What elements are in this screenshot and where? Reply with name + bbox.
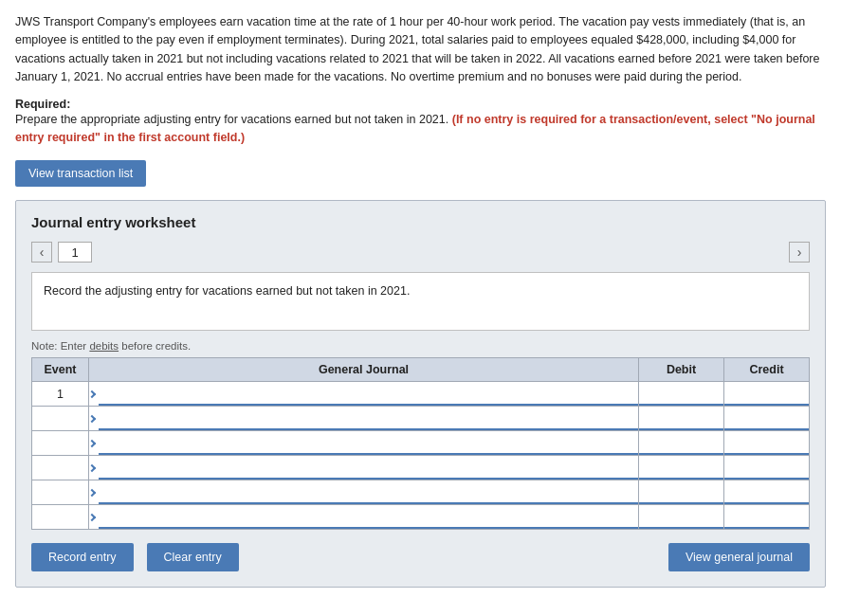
journal-table: Event General Journal Debit Credit 1 <box>31 357 810 530</box>
row-arrow-icon <box>88 514 96 521</box>
required-section: Required: Prepare the appropriate adjust… <box>15 97 826 148</box>
general-journal-cell[interactable] <box>89 456 639 480</box>
general-journal-cell[interactable] <box>89 505 639 530</box>
debit-cell[interactable] <box>639 431 724 456</box>
debit-input[interactable] <box>639 505 723 529</box>
entry-description: Record the adjusting entry for vacations… <box>31 272 810 331</box>
worksheet-title: Journal entry worksheet <box>31 214 810 230</box>
credit-cell[interactable] <box>724 480 810 505</box>
event-cell <box>32 431 89 456</box>
debit-input[interactable] <box>639 382 723 406</box>
general-journal-cell[interactable] <box>89 431 639 456</box>
credit-input[interactable] <box>724 431 809 455</box>
table-row: 1 <box>32 382 810 407</box>
general-journal-header: General Journal <box>89 358 639 382</box>
debit-input[interactable] <box>639 431 723 455</box>
table-row <box>32 407 810 431</box>
general-journal-input[interactable] <box>99 407 638 430</box>
credit-input[interactable] <box>724 480 809 504</box>
row-arrow-icon <box>88 440 96 447</box>
debit-cell[interactable] <box>639 456 724 480</box>
debit-cell[interactable] <box>639 382 724 407</box>
nav-row: ‹ 1 › <box>31 242 810 263</box>
debit-header: Debit <box>639 358 724 382</box>
event-cell: 1 <box>32 382 89 407</box>
event-cell <box>32 505 89 530</box>
event-cell <box>32 407 89 431</box>
prev-page-button[interactable]: ‹ <box>31 242 52 263</box>
page-number: 1 <box>58 242 92 263</box>
required-instruction: Prepare the appropriate adjusting entry … <box>15 113 815 144</box>
general-journal-input[interactable] <box>99 480 638 504</box>
credit-cell[interactable] <box>724 382 810 407</box>
view-general-journal-button[interactable]: View general journal <box>668 543 810 571</box>
general-journal-cell[interactable] <box>89 480 639 505</box>
table-row <box>32 480 810 505</box>
row-arrow-icon <box>88 415 96 423</box>
button-row: Record entry Clear entry View general jo… <box>31 543 810 571</box>
worksheet-container: Journal entry worksheet ‹ 1 › Record the… <box>15 200 826 588</box>
intro-paragraph: JWS Transport Company's employees earn v… <box>15 13 826 87</box>
table-row <box>32 456 810 480</box>
table-row <box>32 505 810 530</box>
required-label: Required: <box>15 98 70 111</box>
next-page-button[interactable]: › <box>789 242 810 263</box>
event-cell <box>32 456 89 480</box>
note-text: Note: Enter debits before credits. <box>31 340 810 352</box>
view-transaction-list-button[interactable]: View transaction list <box>15 160 146 187</box>
credit-input[interactable] <box>724 382 809 406</box>
clear-entry-button[interactable]: Clear entry <box>147 543 239 571</box>
event-cell <box>32 480 89 505</box>
debit-cell[interactable] <box>639 505 724 530</box>
credit-cell[interactable] <box>724 431 810 456</box>
row-arrow-icon <box>88 464 96 472</box>
credit-input[interactable] <box>724 456 809 480</box>
general-journal-cell[interactable] <box>89 382 639 407</box>
row-arrow-icon <box>88 390 96 398</box>
general-journal-input[interactable] <box>99 505 638 529</box>
debit-cell[interactable] <box>639 480 724 505</box>
credit-input[interactable] <box>724 505 809 529</box>
record-entry-button[interactable]: Record entry <box>31 543 134 571</box>
debit-cell[interactable] <box>639 407 724 431</box>
debit-input[interactable] <box>639 407 723 430</box>
table-row <box>32 431 810 456</box>
event-header: Event <box>32 358 89 382</box>
debit-input[interactable] <box>639 456 723 480</box>
general-journal-input[interactable] <box>99 456 638 480</box>
row-arrow-icon <box>88 489 96 497</box>
credit-cell[interactable] <box>724 407 810 431</box>
credit-cell[interactable] <box>724 505 810 530</box>
general-journal-input[interactable] <box>99 431 638 455</box>
debit-input[interactable] <box>639 480 723 504</box>
general-journal-input[interactable] <box>99 382 638 406</box>
credit-cell[interactable] <box>724 456 810 480</box>
credit-input[interactable] <box>724 407 809 430</box>
credit-header: Credit <box>724 358 810 382</box>
general-journal-cell[interactable] <box>89 407 639 431</box>
